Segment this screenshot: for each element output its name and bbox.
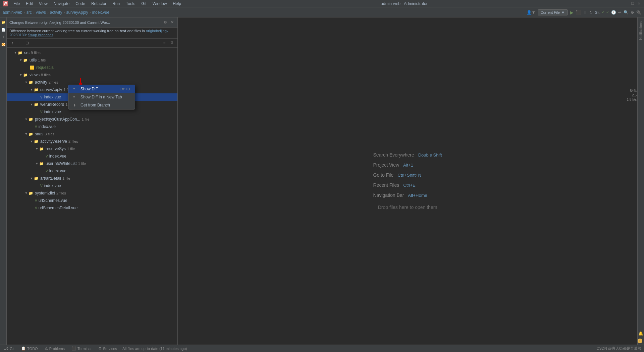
- tree-count-artdetail: 1 file: [62, 176, 70, 180]
- todo-btn[interactable]: 📋 TODO: [20, 346, 39, 351]
- terminal-btn[interactable]: ⬛ Terminal: [70, 346, 93, 351]
- tree-item-urlschemes[interactable]: V urlSchemes.vue: [7, 197, 177, 204]
- menu-help[interactable]: Help: [170, 1, 184, 7]
- vue-icon-index-user: V: [46, 169, 48, 173]
- reload-button[interactable]: ↻: [589, 10, 593, 15]
- tree-item-activityreserve[interactable]: 📁 activity\reserve 2 files: [7, 138, 177, 145]
- menu-code[interactable]: Code: [73, 1, 88, 7]
- breadcrumb-adminweb[interactable]: admin-web: [3, 10, 22, 15]
- folder-icon-views: 📁: [23, 72, 28, 78]
- git-status-btn[interactable]: ⎇ Git: [3, 346, 16, 351]
- menu-run[interactable]: Run: [110, 1, 122, 7]
- tree-item-project[interactable]: 📁 project\sysCustAppCon... 1 file: [7, 116, 177, 123]
- tree-item-index-reserve[interactable]: V index.vue: [7, 152, 177, 160]
- context-menu-show-diff-tab[interactable]: ≡ Show Diff in a New Tab: [68, 93, 135, 101]
- pause-button[interactable]: ⏸: [583, 10, 587, 15]
- menu-navigate[interactable]: Navigate: [51, 1, 72, 7]
- tree-label-artdetail: art\artDetail: [40, 176, 61, 181]
- breadcrumb-sep-3: ›: [47, 10, 49, 15]
- sidebar-project-icon[interactable]: 📁: [0, 19, 7, 26]
- breadcrumb-surveyapply[interactable]: surveyApply: [66, 10, 88, 15]
- services-btn[interactable]: ⚙ Services: [97, 346, 118, 351]
- folder-icon-surveyapply: 📁: [34, 87, 39, 92]
- terminal-label: Terminal: [77, 347, 92, 351]
- current-file-button[interactable]: Current File ▼: [538, 9, 568, 15]
- group-btn[interactable]: ⊟: [24, 40, 30, 46]
- notifications-label[interactable]: Notifications: [638, 19, 643, 42]
- panel-actions: ⚙ ✕: [163, 20, 175, 25]
- sidebar-commit-icon[interactable]: ⬆: [0, 34, 7, 40]
- tree-item-reservesys[interactable]: 📁 reserveSys 1 file: [7, 145, 177, 152]
- search-icon[interactable]: 🔍: [624, 10, 629, 15]
- tree-item-index-user[interactable]: V index.vue: [7, 167, 177, 175]
- tree-item-saas[interactable]: 📁 saas 3 files: [7, 130, 177, 138]
- context-menu-get-from-branch-label: Get from Branch: [80, 103, 110, 107]
- user-icon[interactable]: 👤▼: [527, 10, 536, 15]
- tree-arrow-project: [24, 117, 28, 121]
- breadcrumb-src[interactable]: src: [26, 10, 32, 15]
- folder-icon-activityreserve: 📁: [34, 139, 39, 144]
- panel-tab-title[interactable]: Changes Between origin/beijing-20230130 …: [9, 20, 163, 25]
- context-menu-show-diff-tab-label: Show Diff in a New Tab: [80, 95, 122, 99]
- run-button[interactable]: ▶: [570, 10, 574, 15]
- sidebar-git-icon[interactable]: 🔀: [0, 41, 7, 48]
- prev-change-btn[interactable]: ↑: [9, 40, 15, 46]
- tree-count-project: 1 file: [82, 117, 89, 121]
- right-sidebar: Notifications 🔔 !: [637, 17, 644, 345]
- close-button[interactable]: ✕: [637, 1, 641, 6]
- vue-icon-index-project: V: [35, 125, 37, 129]
- plugin-icon[interactable]: 🔌: [636, 10, 641, 15]
- stop-button[interactable]: ⬛: [576, 10, 581, 15]
- menu-edit[interactable]: Edit: [23, 1, 36, 7]
- vue-icon-index-survey: V: [40, 95, 43, 99]
- tree-item-utils[interactable]: 📁 utils 1 file: [7, 56, 177, 64]
- tree-item-systemdict[interactable]: 📁 system\dict 2 files: [7, 189, 177, 197]
- tree-label-urlschemesdetail: urlSchemesDetail.vue: [39, 206, 78, 210]
- js-icon-request: 🟨: [30, 65, 35, 70]
- tree-count-userinfo: 1 file: [78, 162, 86, 166]
- sidebar-changes-icon[interactable]: 📄: [0, 26, 7, 33]
- menu-refactor[interactable]: Refactor: [89, 1, 109, 7]
- panel-close-btn[interactable]: ✕: [169, 20, 175, 25]
- problems-btn[interactable]: ⚠ Problems: [43, 346, 66, 351]
- minimize-button[interactable]: —: [625, 1, 629, 6]
- tree-item-artdetail[interactable]: 📁 art\artDetail 1 file: [7, 175, 177, 182]
- next-change-btn[interactable]: ↓: [17, 40, 23, 46]
- tree-arrow-activityreserve: [30, 139, 34, 143]
- menu-tools[interactable]: Tools: [123, 1, 138, 7]
- context-menu-show-diff[interactable]: ≡ Show Diff Ctrl+D: [68, 85, 135, 93]
- menu-git[interactable]: Git: [139, 1, 149, 7]
- tree-label-surveyapply: surveyApply: [40, 87, 62, 92]
- tree-item-src[interactable]: 📁 src 9 files: [7, 49, 177, 56]
- tree-item-urlschemesdetail[interactable]: V urlSchemesDetail.vue: [7, 204, 177, 212]
- show-diff-shortcut: Ctrl+D: [120, 87, 130, 91]
- tree-item-index-art[interactable]: V index.vue: [7, 182, 177, 189]
- sort-btn[interactable]: ⇅: [169, 40, 175, 46]
- tree-item-index-project[interactable]: V index.vue: [7, 123, 177, 130]
- context-menu-get-from-branch[interactable]: ⬇ Get from Branch: [68, 101, 135, 109]
- breadcrumb-views[interactable]: views: [36, 10, 46, 15]
- folder-icon-artdetail: 📁: [34, 176, 39, 181]
- tree-item-requestjs[interactable]: 🟨 request.js: [7, 64, 177, 71]
- tree-item-userinfo[interactable]: 📁 userInfoWhiteList 1 file: [7, 160, 177, 167]
- file-panel: Changes Between origin/beijing-20230130 …: [7, 17, 178, 345]
- tree-item-views[interactable]: 📁 views 8 files: [7, 71, 177, 79]
- menu-window[interactable]: Window: [150, 1, 170, 7]
- diff-info-and: and files in: [127, 29, 145, 33]
- main-content: Search Everywhere Double Shift Project V…: [178, 17, 637, 345]
- breadcrumb-activity[interactable]: activity: [50, 10, 62, 15]
- tree-label-activity: activity: [35, 80, 47, 85]
- swap-branches-link[interactable]: Swap branches: [28, 33, 53, 37]
- settings-icon[interactable]: ⚙: [631, 10, 634, 15]
- notification-bell-icon[interactable]: 🔔: [638, 328, 644, 339]
- undo-icon[interactable]: ↩: [618, 10, 622, 15]
- menu-view[interactable]: View: [36, 1, 50, 7]
- status-right: CSDN @唐人街都是苦瓜脸: [597, 346, 641, 351]
- vue-icon-index-art: V: [40, 184, 43, 188]
- panel-settings-btn[interactable]: ⚙: [163, 20, 168, 25]
- nav-right: 👤▼ Current File ▼ ▶ ⬛ ⏸ ↻ Git: ✓ ✓ 🕐 ↩ 🔍…: [527, 9, 641, 15]
- filter-btn[interactable]: ≡: [161, 40, 167, 46]
- menu-file[interactable]: File: [11, 1, 22, 7]
- maximize-button[interactable]: ❐: [631, 1, 635, 6]
- breadcrumb-indexvue[interactable]: index.vue: [92, 10, 109, 15]
